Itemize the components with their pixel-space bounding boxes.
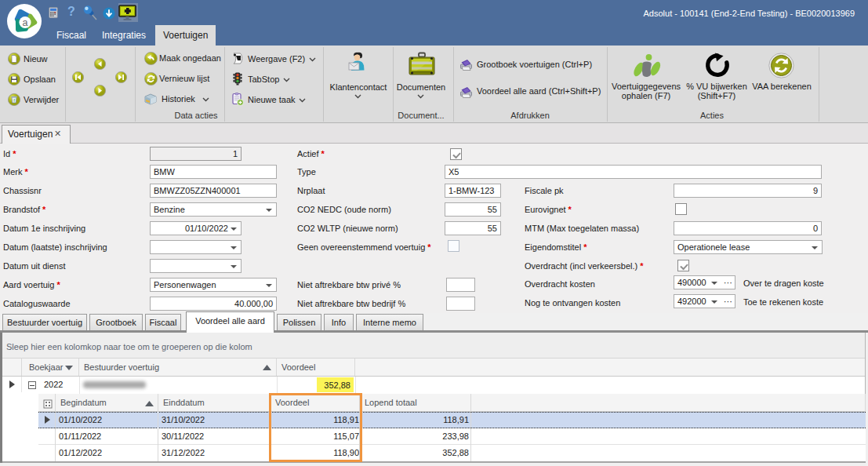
svg-text:a: a: [23, 17, 28, 28]
